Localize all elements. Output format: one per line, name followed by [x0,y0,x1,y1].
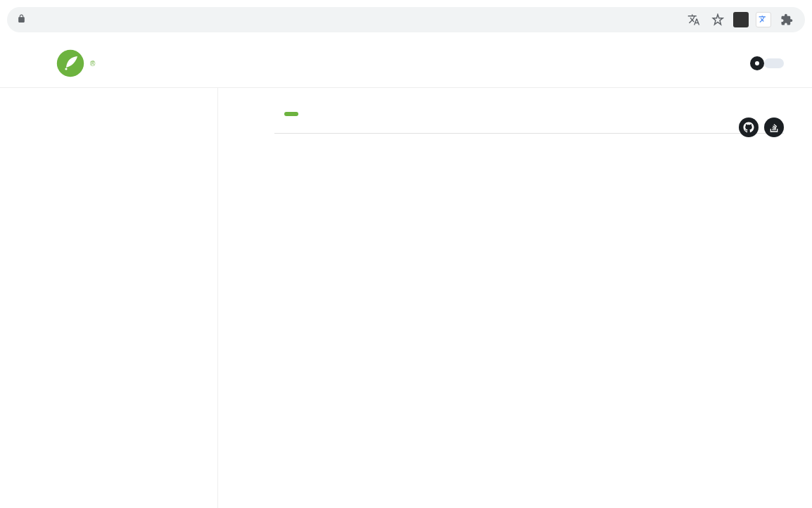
theme-toggle[interactable] [750,56,784,70]
content-tabs [274,133,784,134]
version-badge [284,112,298,116]
toggle-track [764,58,784,68]
github-icon[interactable] [739,118,759,137]
main-content [218,88,784,508]
extensions-icon[interactable] [778,11,795,28]
extension-off-icon[interactable] [733,12,749,27]
site-header: ® [0,39,812,88]
extension-translate-icon[interactable] [756,12,771,27]
lock-icon [17,14,26,25]
browser-url-bar [7,7,805,32]
svg-point-2 [755,61,759,65]
svg-point-1 [65,68,67,70]
stackoverflow-icon[interactable] [764,118,784,137]
sidebar [56,88,218,508]
spring-logo[interactable]: ® [56,49,95,77]
trademark-icon: ® [90,60,95,68]
spring-logo-icon [56,49,84,77]
dark-mode-icon [750,56,764,70]
bookmark-star-icon[interactable] [709,11,726,28]
translate-icon[interactable] [685,11,702,28]
